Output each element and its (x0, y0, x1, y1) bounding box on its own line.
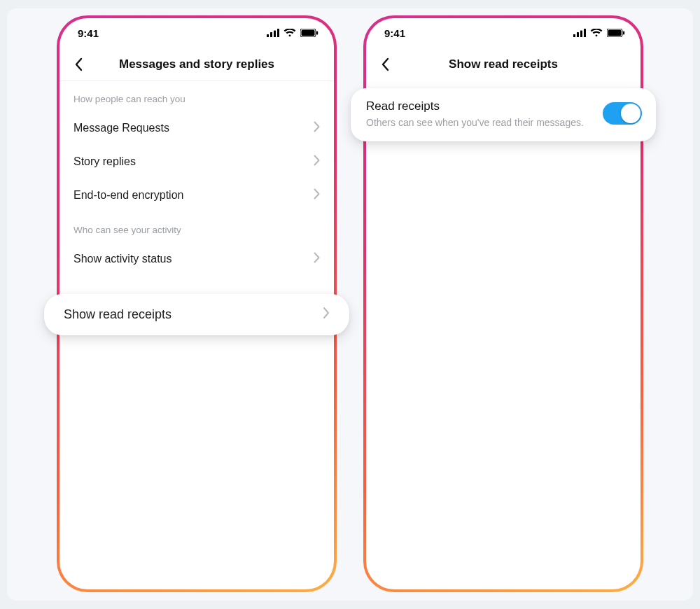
svg-rect-6 (316, 31, 318, 35)
settings-list: How people can reach you Message Request… (59, 81, 334, 276)
status-time: 9:41 (78, 27, 99, 39)
svg-rect-9 (580, 31, 582, 38)
chevron-right-icon (323, 307, 330, 323)
svg-rect-5 (302, 30, 315, 36)
cellular-icon (573, 29, 586, 37)
row-label: Story replies (74, 155, 136, 168)
svg-rect-13 (623, 31, 624, 35)
row-label: Show read receipts (64, 307, 172, 322)
chevron-left-icon (75, 57, 83, 71)
wifi-icon (284, 29, 296, 37)
row-activity-status[interactable]: Show activity status (59, 242, 334, 276)
svg-rect-12 (608, 30, 622, 36)
page-title: Show read receipts (449, 57, 558, 71)
toggle-knob (621, 104, 640, 123)
stage: 9:41 Messages and story replies How peop… (7, 8, 693, 601)
back-button[interactable] (376, 55, 396, 74)
svg-rect-8 (577, 32, 579, 37)
chevron-right-icon (314, 121, 320, 135)
svg-rect-3 (277, 29, 279, 37)
row-message-requests[interactable]: Message Requests (59, 111, 334, 145)
status-time: 9:41 (384, 27, 405, 39)
row-label: Message Requests (74, 122, 169, 134)
cellular-icon (267, 29, 279, 37)
card-title: Read receipts (366, 99, 593, 113)
wifi-icon (590, 29, 603, 37)
chevron-right-icon (314, 155, 320, 169)
status-indicators (573, 29, 625, 37)
svg-rect-10 (584, 29, 586, 37)
read-receipts-card: Read receipts Others can see when you've… (351, 88, 656, 141)
section-header-activity: Who can see your activity (59, 212, 334, 242)
phone-right: 9:41 Show read receipts Read receipts Ot… (363, 15, 643, 592)
row-label: Show activity status (74, 253, 172, 265)
back-button[interactable] (69, 55, 89, 74)
row-show-read-receipts[interactable]: Show read receipts (44, 294, 349, 335)
svg-rect-2 (274, 31, 276, 38)
chevron-left-icon (382, 57, 390, 71)
svg-rect-0 (267, 34, 269, 37)
card-subtitle: Others can see when you've read their me… (366, 116, 593, 129)
battery-icon (607, 29, 625, 37)
status-bar: 9:41 (366, 18, 640, 48)
status-indicators (267, 29, 318, 37)
phone-left: 9:41 Messages and story replies How peop… (57, 15, 337, 592)
status-bar: 9:41 (59, 18, 334, 48)
read-receipts-toggle[interactable] (603, 102, 642, 125)
header: Messages and story replies (59, 48, 334, 81)
chevron-right-icon (314, 252, 320, 266)
svg-rect-1 (270, 32, 272, 37)
section-header-reach: How people can reach you (59, 81, 334, 111)
row-story-replies[interactable]: Story replies (59, 145, 334, 178)
battery-icon (300, 29, 318, 37)
chevron-right-icon (314, 188, 320, 202)
row-label: End-to-end encryption (74, 189, 183, 202)
page-title: Messages and story replies (119, 57, 274, 71)
svg-rect-7 (573, 34, 575, 37)
card-text: Read receipts Others can see when you've… (366, 99, 603, 129)
header: Show read receipts (366, 48, 640, 81)
row-e2e-encryption[interactable]: End-to-end encryption (59, 178, 334, 212)
